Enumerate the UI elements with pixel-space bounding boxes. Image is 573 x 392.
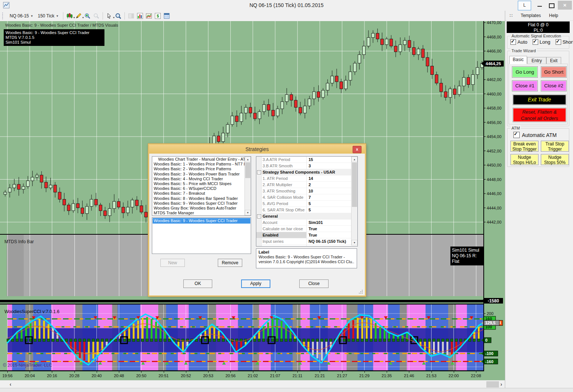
scroll-up-icon[interactable]: ▲ (245, 157, 251, 162)
property-row[interactable]: 3.A ATR Period15 (256, 157, 351, 163)
strategy-list-item[interactable]: Woodies Basic: 1 - Woodies Price Pattern… (153, 162, 244, 167)
close-1-button[interactable]: Close #1 (512, 80, 538, 91)
panel-grip-icon[interactable]: ∷ (510, 13, 513, 18)
dialog-title-bar[interactable]: Strategies (149, 145, 365, 154)
checkbox-icon[interactable] (513, 132, 520, 138)
list-scrollbar[interactable]: ▲ ▼ (244, 157, 251, 215)
property-row[interactable]: EnabledTrue (256, 232, 351, 238)
automatic-atm-checkbox[interactable]: Automatic ATM (513, 132, 557, 138)
minimize-button[interactable] (534, 1, 545, 10)
grid-scrollbar[interactable]: ▲ ▼ (351, 157, 357, 245)
strategy-list-item[interactable]: Woodies Basic: 7 - Breakout (153, 191, 244, 196)
strategy-list[interactable]: Woodies Chart Trader - Manual Order Entr… (152, 156, 251, 216)
scroll-down-icon[interactable]: ▼ (352, 240, 357, 245)
scrollbar-thumb[interactable] (352, 163, 357, 207)
horizontal-scrollbar[interactable]: ‹ › (0, 380, 505, 388)
tab-basic[interactable]: Basic (509, 56, 527, 64)
short-checkbox[interactable]: Short (556, 39, 573, 45)
property-row[interactable]: 5. AVG Period5 (256, 201, 351, 207)
close-button[interactable]: × (558, 1, 572, 10)
chart-style-icon[interactable]: ▼ (65, 12, 74, 20)
selected-strategy-item[interactable]: Woodies Basic: 9 - Woodies Super CCI Tra… (153, 218, 250, 224)
scroll-left-arrow[interactable]: ‹ (10, 381, 11, 387)
property-row[interactable]: 2. ATR Multiplier2 (256, 182, 351, 188)
cursor-icon[interactable]: ▼ (105, 12, 114, 20)
nudge-stops-hilo-button[interactable]: Nudge Stops Hi/Lo (510, 154, 539, 165)
auto-checkbox[interactable]: Auto (510, 39, 527, 45)
new-button[interactable]: New (160, 259, 185, 267)
menu-templates[interactable]: Templates (521, 13, 541, 18)
property-row[interactable]: LabelWoodies Basic: 9 - W▼ (256, 245, 351, 247)
strategy-list-item[interactable]: Woodies Basic: 5 - Price with MCCI Slope… (153, 181, 244, 186)
checkbox-icon[interactable] (533, 39, 538, 45)
remove-button[interactable]: Remove (218, 259, 242, 267)
collapse-icon[interactable]: − (257, 170, 261, 174)
property-row[interactable]: 3. ATR Smoothing10 (256, 188, 351, 194)
account-data-icon[interactable]: $ (153, 12, 162, 20)
woodies-cci-panel[interactable]: 2003160100129,50-100-160 (0, 304, 505, 371)
property-grid[interactable]: 3.A ATR Period153.B ATR Smooth3−Strategy… (256, 156, 358, 247)
interval-selector[interactable]: 150 Tick▼ (36, 13, 61, 19)
zoom-in-icon[interactable] (83, 12, 92, 20)
scrollbar-thumb[interactable] (245, 163, 250, 178)
maximize-button[interactable] (546, 1, 557, 10)
checkbox-icon[interactable] (556, 39, 561, 45)
apply-button[interactable]: Apply (241, 279, 270, 288)
property-row[interactable]: AccountSim101 (256, 220, 351, 226)
link-button[interactable]: L (518, 1, 531, 10)
scrollbar-thumb[interactable] (486, 381, 499, 388)
exit-trade-button[interactable]: Exit Trade (513, 94, 566, 105)
strategy-list-item[interactable]: Woodies Basic: 9 - Woodies Super CCI Tra… (153, 201, 244, 206)
strategy-list-item[interactable]: Woodies Basic: 3 - Woodies Power Bars Tr… (153, 172, 244, 177)
toolbar-separator (124, 12, 125, 20)
property-row[interactable]: 3.B ATR Smooth3 (256, 163, 351, 169)
nudge-stops-50-button[interactable]: Nudge Stops 50% (541, 154, 569, 165)
property-row[interactable]: 6. SAR ATR Stop Offse5 (256, 207, 351, 213)
scroll-right-arrow[interactable]: › (500, 381, 502, 387)
long-checkbox[interactable]: Long (533, 39, 550, 45)
data-grid-icon[interactable] (162, 12, 171, 20)
strategy-list-item[interactable]: Woodies Chart Trader - Manual Order Entr… (153, 157, 244, 162)
property-row[interactable]: 4. SAR Collision Mode7 (256, 194, 351, 201)
title-bar[interactable]: NQ 06-15 (150 Tick) 01.05.2015 L × (0, 0, 573, 11)
data-box-icon[interactable] (114, 12, 123, 20)
checkbox-icon[interactable] (510, 39, 516, 45)
strategy-list-item[interactable]: Woodies Basic: 6 - WSuperCCICD (153, 186, 244, 191)
svg-text:4444,00: 4444,00 (487, 206, 502, 210)
time-axis[interactable]: 19:5620:0420:1620:2820:4020:4820:5020:51… (0, 371, 505, 380)
collapse-icon[interactable]: − (257, 214, 261, 218)
strategy-list-item[interactable]: MTDS Trade Manager (153, 211, 244, 215)
dropdown-icon[interactable]: ▼ (347, 246, 350, 247)
property-row[interactable]: Input seriesNQ 06-15 (150 Tick) (256, 238, 351, 245)
reset-flatten-button[interactable]: Reset, Flatten & Cancel all Orders (513, 108, 566, 122)
go-long-button[interactable]: Go Long (512, 66, 538, 78)
instrument-selector[interactable]: NQ 06-15▼ (7, 13, 36, 19)
scroll-up-icon[interactable]: ▲ (352, 157, 357, 162)
chart-trader-icon[interactable] (136, 12, 144, 20)
property-row[interactable]: Calculate on bar closeTrue (256, 226, 351, 232)
go-short-button[interactable]: Go Short (541, 66, 567, 78)
svg-text:-160: -160 (485, 359, 493, 364)
tab-exit[interactable]: Exit (546, 57, 561, 64)
property-row[interactable]: 1. ATR Period14 (256, 175, 351, 182)
ok-button[interactable]: OK (183, 279, 212, 288)
tab-entry[interactable]: Entry (527, 57, 546, 64)
scroll-down-icon[interactable]: ▼ (245, 210, 251, 215)
property-row[interactable]: −Strategy Shared Components - USAR (256, 169, 351, 175)
strategy-list-item[interactable]: Woodies Gray Box: Woodies Bars AutoTrade… (153, 206, 244, 211)
strategy-list-item[interactable]: Woodies Basic: 8 - Woodies Bar Speed Tra… (153, 196, 244, 201)
snapshot-icon[interactable] (144, 12, 153, 20)
trail-stop-button[interactable]: Trail Stop Trigger (541, 141, 569, 152)
menu-help[interactable]: Help (549, 13, 558, 18)
close-dialog-button[interactable]: Close (299, 279, 329, 288)
strategy-list-item[interactable]: Woodies Basic: 4 - Moving CCI Trader (153, 177, 244, 181)
toolbar-grip[interactable] (2, 13, 6, 19)
property-row[interactable]: −General (256, 213, 351, 220)
break-even-stop-button[interactable]: Break even Stop Trigger (510, 141, 539, 152)
dialog-close-icon[interactable]: x (353, 146, 362, 153)
drawing-tools-icon[interactable]: ▼ (74, 12, 83, 20)
close-2-button[interactable]: Close #2 (541, 80, 567, 91)
strategy-list-item[interactable]: Woodies Basic: 2 - Woodies Price Pattern… (153, 167, 244, 171)
active-strategy-list[interactable]: Woodies Basic: 9 - Woodies Super CCI Tra… (152, 217, 251, 254)
resize-grip[interactable] (359, 290, 363, 294)
